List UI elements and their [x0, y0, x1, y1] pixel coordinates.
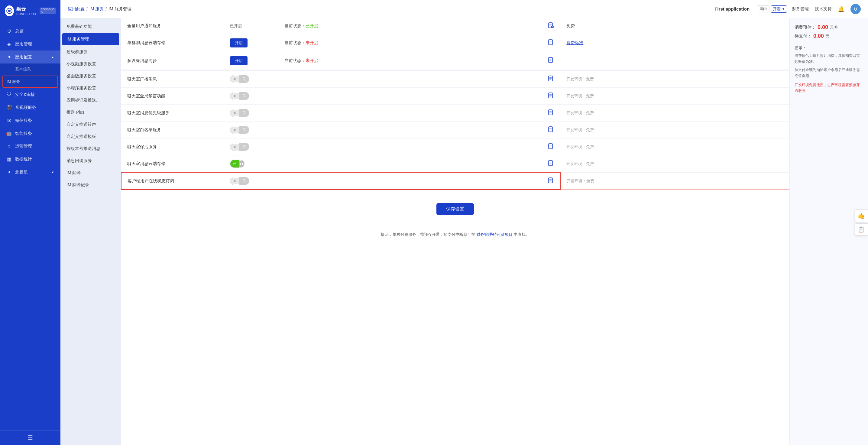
service-name-broadcast: 全量用户通知服务 — [121, 18, 224, 34]
sidebar-menu-icon[interactable]: ☰ — [6, 434, 54, 441]
sec-nav-push-version[interactable]: 按版本号推送消息 — [60, 143, 121, 155]
sidebar-sub-basic-info[interactable]: 基本信息 — [0, 63, 60, 75]
doc-chatroom-mute[interactable] — [542, 88, 560, 105]
secondary-sidebar: 免费基础功能 IM 服务管理 超级群服务 小视频服务设置 桌面版服务设置 小程序… — [60, 18, 121, 445]
sidebar-item-sms[interactable]: ✉ 短信服务 — [0, 114, 60, 127]
chevron-up-icon: ▲ — [51, 55, 54, 59]
float-btn-feedback[interactable]: 📋 — [855, 224, 868, 236]
sec-nav-free-basic[interactable]: 免费基础功能 — [60, 21, 121, 33]
float-btn-gesture[interactable]: 🤙 — [855, 209, 868, 222]
sec-nav-im-mgmt[interactable]: IM 服务管理 — [62, 33, 119, 46]
env-selector[interactable]: 国内 开发 ▼ — [757, 5, 787, 13]
bell-icon[interactable]: 🔔 — [838, 6, 844, 12]
doc-chatroom-cloud[interactable] — [542, 155, 560, 173]
sidebar-item-security[interactable]: 🛡 安全&审核 — [0, 88, 60, 101]
toggle-broadcast: 已开启 — [224, 18, 278, 34]
toggle-chatroom-cloud[interactable]: 开 — [224, 155, 278, 173]
cost-section: 消费预估： 0.00 元/月 待支付： 0.00 元 — [795, 24, 863, 39]
region-badge: 国内 — [757, 5, 770, 12]
doc-icon-client-online[interactable] — [548, 179, 554, 184]
status-chatroom-whitelist — [278, 121, 542, 139]
toggle-chatroom-priority-wrap[interactable]: ⏸ 关 — [230, 109, 249, 117]
toggle-client-online-wrap[interactable]: ⏸ 关 — [230, 177, 249, 185]
doc-icon-multi-device[interactable] — [548, 59, 554, 64]
sidebar-item-ops[interactable]: ○ 运营管理 — [0, 140, 60, 153]
app-mgmt-icon: ◈ — [6, 41, 12, 47]
status-chatroom-mute — [278, 88, 542, 105]
doc-client-online[interactable] — [542, 172, 560, 189]
sec-nav-mini-video[interactable]: 小视频服务设置 — [60, 58, 121, 70]
support-link[interactable]: 技术支持 — [815, 6, 832, 12]
finance-link[interactable]: 财务管理 — [792, 6, 809, 12]
doc-multi-device[interactable] — [542, 52, 560, 70]
doc-icon[interactable]: ? — [548, 24, 554, 29]
toggle-chatroom-mute[interactable]: ⏸ 关 — [224, 88, 278, 105]
toggle-chatroom-keepalive-wrap[interactable]: ⏸ 关 — [230, 143, 249, 151]
doc-chatroom-keepalive[interactable] — [542, 139, 560, 155]
sidebar-label-sms: 短信服务 — [15, 118, 32, 123]
doc-chatroom-whitelist[interactable] — [542, 121, 560, 139]
sidebar-item-ai[interactable]: 🤖 智能服务 — [0, 127, 60, 140]
open-button-multi-device[interactable]: 开启 — [230, 56, 248, 65]
sidebar-item-stats[interactable]: ▦ 数据统计 — [0, 153, 60, 166]
sidebar-item-av[interactable]: 🎬 音视频服务 — [0, 101, 60, 114]
tip-link[interactable]: 财务管理/待付款项目 — [476, 232, 513, 237]
table-row: 聊天室广播消息 ⏸ 关 — [121, 71, 789, 88]
sec-nav-mini-prog[interactable]: 小程序服务设置 — [60, 82, 121, 94]
toggle-chatroom-broadcast-wrap[interactable]: ⏸ 关 — [230, 75, 249, 83]
env-dropdown[interactable]: 开发 ▼ — [771, 5, 787, 13]
sec-nav-super-group[interactable]: 超级群服务 — [60, 46, 121, 58]
open-button-single-group[interactable]: 开启 — [230, 38, 248, 48]
status-chatroom-cloud — [278, 155, 542, 173]
security-icon: 🛡 — [6, 92, 12, 97]
toggle-client-online[interactable]: ⏸ 关 — [224, 172, 278, 189]
sidebar-item-overview[interactable]: ⊙ 总览 — [0, 25, 60, 37]
sidebar-item-app-config[interactable]: ✦ 应用配置 ▲ — [0, 51, 60, 63]
price-link-single-group[interactable]: 资费标准 — [566, 40, 583, 45]
sec-nav-app-push[interactable]: 应用标识及推送... — [60, 94, 121, 107]
doc-single-group[interactable] — [542, 34, 560, 52]
toggle-chatroom-keepalive[interactable]: ⏸ 关 — [224, 139, 278, 155]
doc-icon-cr-keepalive[interactable] — [548, 145, 554, 150]
sec-nav-im-translate[interactable]: IM 翻译 — [60, 167, 121, 179]
toggle-chatroom-broadcast[interactable]: ⏸ 关 — [224, 71, 278, 88]
toggle-chatroom-mute-wrap[interactable]: ⏸ 关 — [230, 92, 249, 100]
doc-icon-single-group[interactable] — [548, 41, 554, 46]
toggle-multi-device[interactable]: 开启 — [224, 52, 278, 70]
doc-icon-cr-broadcast[interactable] — [548, 78, 554, 83]
toggle-chatroom-whitelist-wrap[interactable]: ⏸ 关 — [230, 126, 249, 134]
doc-icon-cr-priority[interactable] — [548, 111, 554, 116]
sec-nav-msg-callback[interactable]: 消息回调服务 — [60, 155, 121, 167]
doc-chatroom-priority[interactable] — [542, 105, 560, 121]
av-icon: 🎬 — [6, 105, 12, 110]
toggle-chatroom-whitelist[interactable]: ⏸ 关 — [224, 121, 278, 139]
avatar[interactable]: U — [850, 4, 861, 14]
main-content: 全量用户通知服务 已开启 当前状态：已开启 — [121, 18, 868, 445]
toggle-off-mute-label: 关 — [239, 92, 249, 100]
save-button[interactable]: 保存设置 — [436, 203, 474, 215]
service-name-chatroom-whitelist: 聊天室白名单服务 — [121, 121, 224, 139]
sec-nav-desktop[interactable]: 桌面版服务设置 — [60, 70, 121, 82]
doc-broadcast[interactable]: ? — [542, 18, 560, 34]
sidebar-item-polaris[interactable]: ✦ 北极星 ▼ — [0, 166, 60, 179]
doc-icon-cr-mute[interactable] — [548, 94, 554, 99]
service-name-chatroom-cloud: 聊天室消息云端存储 — [121, 155, 224, 173]
sec-nav-push-plus[interactable]: 推送 Plus — [60, 107, 121, 119]
sec-nav-custom-template[interactable]: 自定义推送模板 — [60, 130, 121, 143]
table-row-highlighted: 客户端用户在线状态订阅 ⏸ 关 — [121, 172, 789, 189]
doc-icon-cr-cloud[interactable] — [548, 162, 554, 167]
breadcrumb-im-service[interactable]: IM 服务 — [89, 6, 104, 12]
table-row: 聊天室白名单服务 ⏸ 关 — [121, 121, 789, 139]
sec-nav-custom-ringtone[interactable]: 自定义推送铃声 — [60, 119, 121, 130]
breadcrumb-current: IM 服务管理 — [108, 6, 131, 12]
price-single-group[interactable]: 资费标准 — [560, 34, 789, 52]
toggle-chatroom-priority[interactable]: ⏸ 关 — [224, 105, 278, 121]
doc-chatroom-broadcast[interactable] — [542, 71, 560, 88]
toggle-chatroom-cloud-wrap[interactable]: 开 — [230, 159, 245, 168]
breadcrumb-app-config[interactable]: 应用配置 — [68, 6, 85, 12]
sidebar-item-app-mgmt[interactable]: ◈ 应用管理 — [0, 37, 60, 51]
doc-icon-cr-whitelist[interactable] — [548, 128, 554, 133]
sec-nav-im-translate-log[interactable]: IM 翻译记录 — [60, 179, 121, 191]
toggle-single-group[interactable]: 开启 — [224, 34, 278, 52]
sidebar-sub-im-service[interactable]: IM 服务 — [2, 76, 58, 88]
